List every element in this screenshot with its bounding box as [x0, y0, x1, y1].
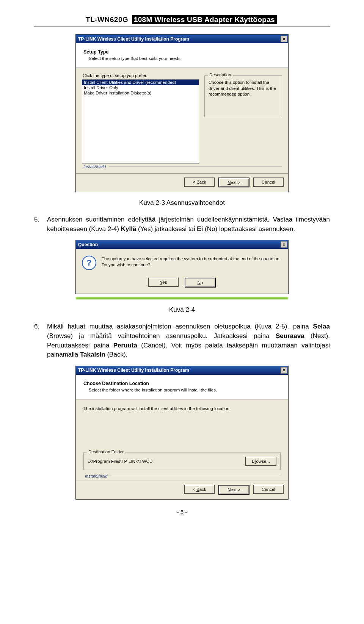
setup-type-list[interactable]: Install Client Utilities and Driver (rec…	[82, 79, 199, 163]
cancel-button[interactable]: Cancel	[253, 178, 284, 187]
destination-folder-path: D:\Program Files\TP-LINK\TWCU	[88, 459, 152, 464]
list-item[interactable]: Install Driver Only	[82, 85, 199, 90]
setup-type-dialog: TP-LINK Wireless Client Utility Installa…	[75, 34, 289, 192]
dialog-titlebar: TP-LINK Wireless Client Utility Installa…	[76, 366, 288, 375]
installshield-label: InstallShield	[82, 163, 282, 169]
dialog-header-panel: Choose Destination Location Select the f…	[76, 375, 288, 399]
dialog-title: Question	[78, 242, 98, 247]
list-item-5: 5. Asennuksen suorittaminen edellyttää j…	[34, 215, 330, 234]
decorative-strip	[76, 297, 288, 299]
dialog-subheading: Select the folder where the installation…	[89, 388, 281, 392]
description-label: Description	[208, 72, 233, 77]
yes-button[interactable]: Yes	[148, 278, 179, 287]
description-text: Choose this option to install the driver…	[209, 80, 278, 97]
close-icon[interactable]: ×	[281, 36, 287, 42]
dialog-heading: Setup Type	[83, 49, 281, 55]
description-group: Description Choose this option to instal…	[204, 75, 282, 117]
browse-button[interactable]: Browse...	[245, 457, 276, 466]
list-item-6: 6. Mikäli haluat muuttaa asiakasohjelmis…	[34, 322, 330, 360]
list-item[interactable]: Install Client Utilities and Driver (rec…	[82, 80, 199, 85]
list-item[interactable]: Make Driver Installation Diskette(s)	[82, 90, 199, 96]
no-button[interactable]: No	[185, 278, 216, 288]
installshield-label: InstallShield	[83, 473, 281, 478]
dialog-titlebar: TP-LINK Wireless Client Utility Installa…	[76, 35, 288, 43]
list-label: Click the type of setup you prefer.	[83, 73, 199, 78]
dialog-heading: Choose Destination Location	[83, 381, 281, 386]
dest-body-text: The installation program will install th…	[83, 406, 281, 411]
dialog-title: TP-LINK Wireless Client Utility Installa…	[78, 36, 189, 42]
page-number: - 5 -	[34, 509, 330, 515]
figure-caption: Kuva 2-4	[34, 306, 330, 314]
doc-model: TL-WN620G	[86, 16, 128, 24]
back-button[interactable]: < Back	[184, 178, 215, 187]
question-text: The option you have selected requires th…	[102, 256, 282, 270]
doc-title-box: 108M Wireless USB Adapter Käyttöopas	[132, 15, 277, 24]
list-text: Mikäli haluat muuttaa asiakasohjelmiston…	[47, 322, 330, 360]
list-number: 5.	[34, 215, 47, 234]
destination-dialog: TP-LINK Wireless Client Utility Installa…	[75, 366, 289, 500]
dialog-title: TP-LINK Wireless Client Utility Installa…	[78, 368, 189, 373]
dialog-header-panel: Setup Type Select the setup type that be…	[76, 43, 288, 68]
question-icon	[82, 256, 96, 270]
close-icon[interactable]: ×	[281, 241, 287, 248]
cancel-button[interactable]: Cancel	[253, 485, 284, 494]
question-dialog: Question × The option you have selected …	[75, 240, 289, 294]
header-rule	[34, 27, 330, 27]
next-button[interactable]: Next >	[218, 178, 249, 187]
destination-folder-group: Destination Folder D:\Program Files\TP-L…	[83, 453, 281, 470]
list-text: Asennuksen suorittaminen edellyttää järj…	[47, 215, 330, 234]
close-icon[interactable]: ×	[281, 367, 287, 374]
doc-header: TL-WN620G 108M Wireless USB Adapter Käyt…	[34, 15, 330, 24]
destination-folder-label: Destination Folder	[87, 450, 125, 454]
back-button[interactable]: < Back	[184, 485, 215, 494]
next-button[interactable]: Next >	[218, 485, 249, 495]
dialog-subheading: Select the setup type that best suits yo…	[89, 56, 281, 61]
list-number: 6.	[34, 322, 47, 360]
figure-caption: Kuva 2-3 Asennusvaihtoehdot	[34, 199, 330, 207]
dialog-titlebar: Question ×	[76, 240, 288, 249]
